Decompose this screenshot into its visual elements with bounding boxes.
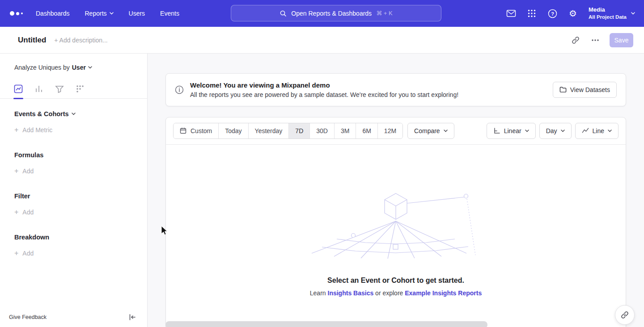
floating-link-button[interactable]: [615, 305, 635, 325]
nav-label: Events: [160, 10, 179, 17]
range-12m[interactable]: 12M: [377, 123, 402, 138]
compare-button[interactable]: Compare: [407, 123, 454, 139]
sidebar-footer: Give Feedback: [0, 307, 147, 327]
analyze-label: Analyze Uniques by: [14, 64, 70, 71]
analyze-uniques-row: Analyze Uniques by User: [14, 64, 147, 71]
range-yesterday[interactable]: Yesterday: [248, 123, 289, 138]
date-range-segmented-control: Custom Today Yesterday 7D 30D 3M 6M 12M: [173, 123, 403, 139]
empty-state-illustration: [311, 191, 481, 259]
empty-state: Select an Event or Cohort to get started…: [166, 145, 626, 297]
messages-icon[interactable]: [506, 8, 516, 18]
banner-text: Welcome! You are viewing a Mixpanel demo…: [190, 81, 553, 98]
more-options-icon[interactable]: [590, 35, 601, 46]
report-header: Untitled + Add description... Save: [0, 27, 644, 54]
horizontal-scrollbar[interactable]: [165, 321, 487, 327]
project-selector[interactable]: Media All Project Data: [589, 6, 635, 21]
plus-icon: +: [14, 168, 18, 175]
nav-label: Dashboards: [36, 10, 70, 17]
top-nav-right: ? ⚙ Media All Project Data: [506, 0, 635, 27]
nav-item-events[interactable]: Events: [160, 10, 179, 17]
range-3m[interactable]: 3M: [334, 123, 356, 138]
search-shortcut: ⌘ + K: [376, 10, 393, 17]
insights-basics-link[interactable]: Insights Basics: [328, 289, 374, 297]
info-icon: [175, 85, 184, 94]
view-datasets-button[interactable]: View Datasets: [553, 82, 617, 98]
add-description-field[interactable]: + Add description...: [54, 37, 107, 44]
range-7d[interactable]: 7D: [288, 123, 309, 138]
demo-welcome-banner: Welcome! You are viewing a Mixpanel demo…: [165, 73, 626, 106]
nav-item-reports[interactable]: Reports: [85, 10, 114, 17]
query-builder-sidebar: Analyze Uniques by User Event: [0, 54, 148, 327]
search-icon: [280, 10, 287, 17]
formulas-section: Formulas: [14, 151, 147, 159]
chevron-down-icon: [525, 130, 529, 132]
add-metric-button[interactable]: + Add Metric: [14, 126, 147, 134]
report-title[interactable]: Untitled: [18, 36, 46, 45]
project-name: Media: [589, 6, 627, 14]
metric-type-tabs: [0, 79, 147, 99]
chevron-down-icon: [88, 66, 92, 69]
insights-tab-icon[interactable]: [14, 84, 23, 93]
help-icon[interactable]: ?: [547, 8, 557, 18]
folder-icon: [559, 86, 567, 93]
apps-grid-icon[interactable]: [527, 8, 537, 18]
calendar-icon: [180, 127, 187, 134]
banner-body: All the reports you see are powered by a…: [190, 91, 553, 98]
range-30d[interactable]: 30D: [309, 123, 334, 138]
plus-icon: +: [14, 209, 18, 216]
nav-label: Reports: [85, 10, 107, 17]
save-button[interactable]: Save: [610, 33, 633, 47]
chevron-down-icon: [72, 113, 76, 115]
plus-icon: +: [14, 250, 18, 257]
events-cohorts-section[interactable]: Events & Cohorts: [14, 110, 147, 117]
chart-type-line-button[interactable]: Line: [575, 123, 619, 139]
gear-icon[interactable]: ⚙: [568, 8, 578, 18]
scale-linear-button[interactable]: Linear: [487, 123, 536, 139]
plus-icon: +: [14, 126, 18, 134]
chart-controls: Custom Today Yesterday 7D 30D 3M 6M 12M …: [166, 117, 626, 145]
main-content: Welcome! You are viewing a Mixpanel demo…: [148, 54, 644, 327]
link-icon: [620, 310, 629, 319]
chevron-down-icon: [444, 130, 448, 132]
project-subtitle: All Project Data: [589, 14, 627, 21]
collapse-sidebar-icon[interactable]: [128, 313, 136, 321]
chevron-down-icon: [608, 130, 612, 132]
breakdown-section: Breakdown: [14, 234, 147, 241]
example-insights-reports-link[interactable]: Example Insights Reports: [405, 289, 482, 297]
search-label: Open Reports & Dashboards: [291, 10, 372, 17]
date-controls: Custom Today Yesterday 7D 30D 3M 6M 12M …: [173, 123, 454, 139]
banner-title: Welcome! You are viewing a Mixpanel demo: [190, 81, 553, 89]
flows-tab-icon[interactable]: [76, 84, 85, 93]
global-search-button[interactable]: Open Reports & Dashboards ⌘ + K: [231, 5, 441, 21]
add-breakdown-button[interactable]: + Add: [14, 250, 147, 257]
add-formula-button[interactable]: + Add: [14, 168, 147, 175]
primary-nav: Dashboards Reports Users Events: [36, 10, 179, 17]
chevron-down-icon: [561, 130, 565, 132]
chevron-down-icon: [110, 12, 114, 15]
line-chart-icon: [582, 127, 589, 134]
mixpanel-app: Dashboards Reports Users Events Open Rep…: [0, 0, 644, 327]
nav-item-dashboards[interactable]: Dashboards: [36, 10, 70, 17]
empty-state-links: Learn Insights Basics or explore Example…: [310, 289, 482, 297]
top-nav: Dashboards Reports Users Events Open Rep…: [0, 0, 644, 27]
copy-link-icon[interactable]: [570, 35, 581, 46]
mixpanel-logo-icon[interactable]: [10, 11, 30, 16]
add-filter-button[interactable]: + Add: [14, 209, 147, 216]
bar-chart-tab-icon[interactable]: [34, 84, 43, 93]
give-feedback-link[interactable]: Give Feedback: [9, 314, 47, 320]
report-card: Custom Today Yesterday 7D 30D 3M 6M 12M …: [165, 117, 626, 327]
filter-section: Filter: [14, 193, 147, 200]
empty-state-title: Select an Event or Cohort to get started…: [327, 277, 464, 285]
range-today[interactable]: Today: [218, 123, 248, 138]
report-header-actions: Save: [570, 33, 633, 47]
granularity-day-button[interactable]: Day: [539, 123, 572, 139]
nav-item-users[interactable]: Users: [129, 10, 145, 17]
chart-display-controls: Linear Day: [487, 123, 619, 139]
range-custom[interactable]: Custom: [174, 123, 218, 138]
svg-text:?: ?: [551, 11, 554, 16]
analyze-value-dropdown[interactable]: User: [72, 64, 92, 71]
funnel-tab-icon[interactable]: [55, 84, 64, 93]
linear-axis-icon: [493, 127, 500, 134]
project-info: Media All Project Data: [589, 6, 627, 21]
range-6m[interactable]: 6M: [356, 123, 377, 138]
